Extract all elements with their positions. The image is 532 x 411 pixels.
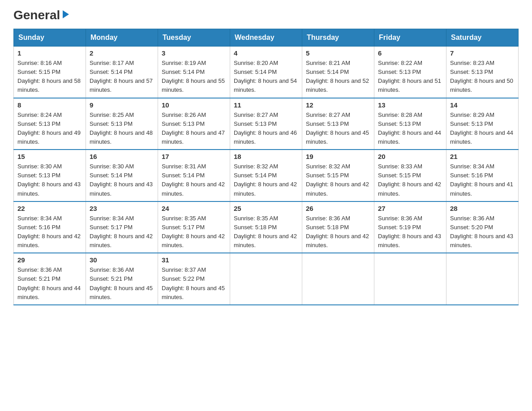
day-info: Sunrise: 8:17 AMSunset: 5:14 PMDaylight:… [90,60,153,93]
calendar-cell: 21 Sunrise: 8:34 AMSunset: 5:16 PMDaylig… [446,150,519,201]
day-info: Sunrise: 8:16 AMSunset: 5:15 PMDaylight:… [17,60,81,93]
day-number: 4 [234,49,298,57]
calendar-cell: 8 Sunrise: 8:24 AMSunset: 5:13 PMDayligh… [14,98,86,150]
day-info: Sunrise: 8:30 AMSunset: 5:14 PMDaylight:… [90,163,153,197]
col-header-monday: Monday [86,29,158,47]
col-header-saturday: Saturday [446,29,519,47]
day-info: Sunrise: 8:27 AMSunset: 5:13 PMDaylight:… [306,111,369,145]
day-number: 24 [162,205,226,212]
day-number: 8 [17,101,82,109]
day-number: 11 [234,101,298,109]
day-info: Sunrise: 8:36 AMSunset: 5:21 PMDaylight:… [90,266,153,300]
day-info: Sunrise: 8:30 AMSunset: 5:13 PMDaylight:… [17,163,81,197]
col-header-thursday: Thursday [302,29,374,47]
calendar-cell: 27 Sunrise: 8:36 AMSunset: 5:19 PMDaylig… [374,201,446,253]
calendar-cell: 7 Sunrise: 8:23 AMSunset: 5:13 PMDayligh… [446,47,519,98]
day-info: Sunrise: 8:34 AMSunset: 5:17 PMDaylight:… [90,215,153,248]
calendar-cell [446,253,519,305]
day-number: 22 [17,205,82,212]
calendar-cell: 29 Sunrise: 8:36 AMSunset: 5:21 PMDaylig… [14,253,86,305]
calendar-cell: 20 Sunrise: 8:33 AMSunset: 5:15 PMDaylig… [374,150,446,201]
day-info: Sunrise: 8:32 AMSunset: 5:14 PMDaylight:… [234,163,297,197]
day-info: Sunrise: 8:22 AMSunset: 5:13 PMDaylight:… [378,60,441,93]
day-number: 13 [378,101,442,109]
calendar-cell [230,253,302,305]
calendar-week-row: 8 Sunrise: 8:24 AMSunset: 5:13 PMDayligh… [14,98,519,150]
calendar-cell: 14 Sunrise: 8:29 AMSunset: 5:13 PMDaylig… [446,98,519,150]
calendar-week-row: 15 Sunrise: 8:30 AMSunset: 5:13 PMDaylig… [14,150,519,201]
calendar-cell: 30 Sunrise: 8:36 AMSunset: 5:21 PMDaylig… [86,253,158,305]
calendar-cell: 1 Sunrise: 8:16 AMSunset: 5:15 PMDayligh… [14,47,86,98]
calendar-cell: 6 Sunrise: 8:22 AMSunset: 5:13 PMDayligh… [374,47,446,98]
day-number: 25 [234,205,298,212]
calendar-cell: 11 Sunrise: 8:27 AMSunset: 5:13 PMDaylig… [230,98,302,150]
day-number: 20 [378,153,442,160]
calendar-header-row: SundayMondayTuesdayWednesdayThursdayFrid… [14,29,519,47]
day-number: 7 [450,49,515,57]
calendar-cell [374,253,446,305]
calendar-cell: 28 Sunrise: 8:36 AMSunset: 5:20 PMDaylig… [446,201,519,253]
day-number: 14 [450,101,515,109]
day-number: 16 [90,153,154,160]
calendar-week-row: 1 Sunrise: 8:16 AMSunset: 5:15 PMDayligh… [14,47,519,98]
calendar-cell [302,253,374,305]
day-number: 17 [162,153,226,160]
day-number: 1 [17,49,82,57]
day-info: Sunrise: 8:28 AMSunset: 5:13 PMDaylight:… [378,111,441,145]
calendar-cell: 2 Sunrise: 8:17 AMSunset: 5:14 PMDayligh… [86,47,158,98]
day-number: 21 [450,153,515,160]
calendar-cell: 13 Sunrise: 8:28 AMSunset: 5:13 PMDaylig… [374,98,446,150]
day-info: Sunrise: 8:36 AMSunset: 5:20 PMDaylight:… [450,215,513,248]
col-header-tuesday: Tuesday [158,29,230,47]
logo-arrow-icon [61,9,71,19]
day-info: Sunrise: 8:36 AMSunset: 5:21 PMDaylight:… [17,266,81,300]
day-number: 30 [90,256,154,264]
day-number: 6 [378,49,442,57]
day-info: Sunrise: 8:31 AMSunset: 5:14 PMDaylight:… [162,163,225,197]
svg-marker-0 [63,10,69,18]
day-info: Sunrise: 8:19 AMSunset: 5:14 PMDaylight:… [162,60,225,93]
calendar-cell: 25 Sunrise: 8:35 AMSunset: 5:18 PMDaylig… [230,201,302,253]
day-number: 18 [234,153,298,160]
day-number: 12 [306,101,370,109]
day-number: 5 [306,49,370,57]
day-info: Sunrise: 8:36 AMSunset: 5:19 PMDaylight:… [378,215,441,248]
day-info: Sunrise: 8:34 AMSunset: 5:16 PMDaylight:… [450,163,513,197]
calendar-cell: 19 Sunrise: 8:32 AMSunset: 5:15 PMDaylig… [302,150,374,201]
day-number: 27 [378,205,442,212]
day-number: 19 [306,153,370,160]
calendar-cell: 5 Sunrise: 8:21 AMSunset: 5:14 PMDayligh… [302,47,374,98]
calendar-cell: 23 Sunrise: 8:34 AMSunset: 5:17 PMDaylig… [86,201,158,253]
calendar-cell: 4 Sunrise: 8:20 AMSunset: 5:14 PMDayligh… [230,47,302,98]
day-number: 9 [90,101,154,109]
day-info: Sunrise: 8:27 AMSunset: 5:13 PMDaylight:… [234,111,297,145]
day-number: 31 [162,256,226,264]
calendar-cell: 17 Sunrise: 8:31 AMSunset: 5:14 PMDaylig… [158,150,230,201]
calendar-cell: 31 Sunrise: 8:37 AMSunset: 5:22 PMDaylig… [158,253,230,305]
day-number: 28 [450,205,515,212]
day-info: Sunrise: 8:37 AMSunset: 5:22 PMDaylight:… [162,266,225,300]
calendar-cell: 18 Sunrise: 8:32 AMSunset: 5:14 PMDaylig… [230,150,302,201]
calendar-cell: 26 Sunrise: 8:36 AMSunset: 5:18 PMDaylig… [302,201,374,253]
day-number: 26 [306,205,370,212]
page-header: General [13,9,519,21]
col-header-sunday: Sunday [14,29,86,47]
calendar-cell: 24 Sunrise: 8:35 AMSunset: 5:17 PMDaylig… [158,201,230,253]
logo-text-general: General [13,9,60,21]
day-info: Sunrise: 8:34 AMSunset: 5:16 PMDaylight:… [17,215,81,248]
col-header-wednesday: Wednesday [230,29,302,47]
logo: General [13,9,71,21]
day-number: 23 [90,205,154,212]
calendar-cell: 16 Sunrise: 8:30 AMSunset: 5:14 PMDaylig… [86,150,158,201]
day-number: 29 [17,256,82,264]
day-info: Sunrise: 8:29 AMSunset: 5:13 PMDaylight:… [450,111,513,145]
calendar-cell: 10 Sunrise: 8:26 AMSunset: 5:13 PMDaylig… [158,98,230,150]
day-number: 10 [162,101,226,109]
day-info: Sunrise: 8:24 AMSunset: 5:13 PMDaylight:… [17,111,81,145]
calendar-cell: 22 Sunrise: 8:34 AMSunset: 5:16 PMDaylig… [14,201,86,253]
day-info: Sunrise: 8:32 AMSunset: 5:15 PMDaylight:… [306,163,369,197]
day-info: Sunrise: 8:35 AMSunset: 5:17 PMDaylight:… [162,215,225,248]
calendar-cell: 12 Sunrise: 8:27 AMSunset: 5:13 PMDaylig… [302,98,374,150]
day-info: Sunrise: 8:20 AMSunset: 5:14 PMDaylight:… [234,60,297,93]
day-number: 2 [90,49,154,57]
